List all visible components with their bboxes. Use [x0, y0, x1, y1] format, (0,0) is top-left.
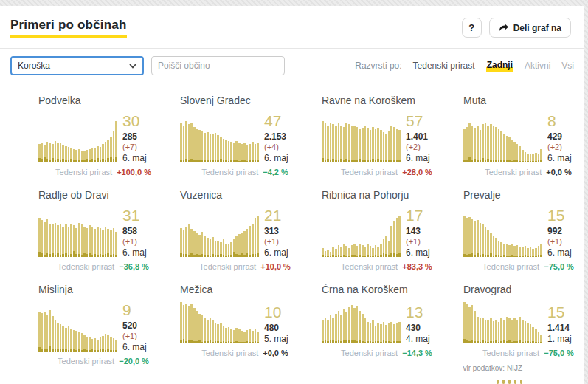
chart-bar[interactable] [94, 229, 96, 257]
chart-bar[interactable] [243, 143, 246, 162]
chart-bar[interactable] [503, 134, 505, 162]
chart-bar[interactable] [207, 132, 209, 162]
chart-bar[interactable] [532, 327, 534, 343]
chart-bar[interactable] [351, 126, 353, 162]
chart-bar[interactable] [230, 242, 232, 257]
chart-bar[interactable] [249, 144, 251, 162]
chart-bar[interactable] [480, 130, 482, 162]
chart-bar[interactable] [62, 326, 64, 352]
chart-bar[interactable] [65, 328, 67, 352]
chart-bar[interactable] [228, 327, 230, 343]
chart-bar[interactable] [338, 245, 340, 257]
chart-bar[interactable] [463, 302, 466, 343]
chart-bar[interactable] [97, 340, 99, 352]
daily-cases-bar-chart[interactable] [463, 121, 542, 162]
chart-bar[interactable] [257, 332, 259, 343]
chart-bar[interactable] [385, 134, 387, 162]
chart-bar[interactable] [190, 304, 193, 343]
daily-cases-bar-chart[interactable] [38, 310, 117, 352]
chart-bar[interactable] [105, 227, 107, 257]
chart-bar[interactable] [55, 223, 57, 257]
chart-bar[interactable] [487, 230, 489, 257]
chart-bar[interactable] [383, 322, 385, 343]
chart-bar[interactable] [91, 148, 94, 162]
chart-bar[interactable] [223, 139, 225, 162]
chart-bar[interactable] [217, 324, 219, 343]
sort-option-active[interactable]: Aktivni [525, 61, 550, 71]
chart-bar[interactable] [325, 123, 327, 162]
chart-bar[interactable] [86, 337, 89, 352]
chart-bar[interactable] [91, 339, 94, 352]
chart-bar[interactable] [377, 128, 379, 162]
municipality-search-input[interactable] [151, 56, 285, 75]
chart-bar[interactable] [466, 127, 468, 162]
chart-bar[interactable] [255, 144, 257, 162]
chart-bar[interactable] [243, 231, 246, 257]
chart-bar[interactable] [57, 143, 59, 162]
chart-bar[interactable] [332, 247, 334, 257]
chart-bar[interactable] [102, 336, 104, 352]
chart-bar[interactable] [100, 337, 102, 352]
chart-bar[interactable] [94, 338, 96, 352]
daily-cases-bar-chart[interactable] [322, 302, 401, 343]
chart-bar[interactable] [393, 127, 395, 162]
chart-bar[interactable] [522, 247, 524, 257]
chart-bar[interactable] [471, 305, 474, 343]
chart-bar[interactable] [498, 322, 500, 343]
chart-bar[interactable] [495, 238, 497, 257]
daily-cases-bar-chart[interactable] [180, 121, 259, 162]
chart-bar[interactable] [340, 315, 342, 343]
chart-bar[interactable] [73, 149, 75, 162]
chart-bar[interactable] [485, 227, 487, 257]
chart-bar[interactable] [380, 244, 382, 257]
chart-bar[interactable] [225, 140, 227, 162]
chart-bar[interactable] [55, 141, 57, 162]
chart-bar[interactable] [506, 136, 508, 162]
chart-bar[interactable] [102, 230, 104, 257]
chart-bar[interactable] [204, 133, 206, 162]
chart-bar[interactable] [463, 216, 466, 257]
chart-bar[interactable] [41, 143, 44, 162]
chart-bar[interactable] [68, 326, 70, 352]
chart-bar[interactable] [65, 146, 67, 162]
chart-bar[interactable] [508, 318, 511, 343]
chart-bar[interactable] [359, 129, 361, 162]
chart-bar[interactable] [57, 323, 59, 352]
chart-bar[interactable] [500, 242, 502, 257]
chart-bar[interactable] [44, 222, 46, 257]
chart-bar[interactable] [383, 132, 385, 162]
chart-bar[interactable] [89, 149, 91, 162]
chart-bar[interactable] [322, 320, 324, 343]
chart-bar[interactable] [235, 328, 238, 343]
chart-bar[interactable] [463, 129, 466, 162]
chart-bar[interactable] [49, 310, 51, 352]
chart-bar[interactable] [362, 314, 364, 343]
chart-bar[interactable] [230, 329, 232, 343]
chart-bar[interactable] [65, 224, 67, 257]
chart-bar[interactable] [351, 245, 353, 257]
chart-bar[interactable] [83, 227, 86, 257]
chart-bar[interactable] [223, 326, 225, 343]
chart-bar[interactable] [225, 244, 227, 257]
chart-bar[interactable] [482, 124, 484, 162]
chart-bar[interactable] [44, 312, 46, 352]
chart-bar[interactable] [217, 241, 219, 257]
chart-bar[interactable] [522, 320, 524, 343]
chart-bar[interactable] [527, 248, 529, 257]
chart-bar[interactable] [183, 230, 185, 257]
chart-bar[interactable] [46, 142, 49, 162]
chart-bar[interactable] [535, 153, 537, 162]
chart-bar[interactable] [375, 245, 377, 257]
chart-bar[interactable] [183, 305, 185, 343]
chart-bar[interactable] [188, 124, 190, 162]
chart-bar[interactable] [243, 332, 246, 343]
chart-bar[interactable] [500, 318, 502, 343]
chart-bar[interactable] [474, 221, 476, 257]
chart-bar[interactable] [233, 239, 235, 257]
chart-bar[interactable] [38, 144, 41, 162]
chart-bar[interactable] [228, 244, 230, 257]
chart-bar[interactable] [41, 313, 44, 352]
chart-bar[interactable] [201, 131, 204, 162]
chart-bar[interactable] [530, 154, 532, 162]
chart-bar[interactable] [107, 335, 109, 352]
